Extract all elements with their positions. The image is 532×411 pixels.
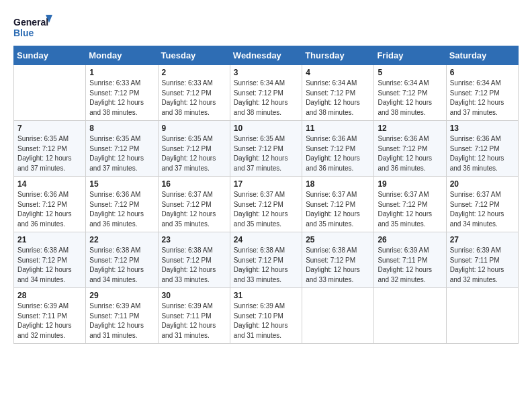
day-number: 8 — [89, 124, 154, 133]
calendar-cell — [14, 65, 86, 121]
weekday-header-saturday: Saturday — [446, 46, 518, 65]
svg-text:Blue: Blue — [13, 28, 34, 38]
day-number: 31 — [234, 291, 298, 300]
calendar-cell: 13Sunrise: 6:36 AM Sunset: 7:12 PM Dayli… — [446, 121, 518, 177]
day-number: 5 — [378, 68, 442, 77]
day-number: 22 — [89, 235, 154, 244]
weekday-header-sunday: Sunday — [14, 46, 86, 65]
header: GeneralBlue — [13, 13, 519, 40]
calendar-cell — [446, 288, 518, 344]
calendar-cell: 19Sunrise: 6:37 AM Sunset: 7:12 PM Dayli… — [374, 177, 446, 232]
calendar-cell: 14Sunrise: 6:36 AM Sunset: 7:12 PM Dayli… — [14, 177, 86, 232]
cell-content: Sunrise: 6:35 AM Sunset: 7:12 PM Dayligh… — [234, 134, 298, 173]
calendar-cell: 7Sunrise: 6:35 AM Sunset: 7:12 PM Daylig… — [14, 121, 86, 177]
day-number: 23 — [162, 235, 226, 244]
day-number: 12 — [378, 124, 442, 133]
day-number: 2 — [162, 68, 226, 77]
svg-text:General: General — [13, 17, 48, 28]
cell-content: Sunrise: 6:35 AM Sunset: 7:12 PM Dayligh… — [162, 134, 226, 173]
day-number: 10 — [234, 124, 298, 133]
cell-content: Sunrise: 6:34 AM Sunset: 7:12 PM Dayligh… — [450, 79, 515, 118]
cell-content: Sunrise: 6:36 AM Sunset: 7:12 PM Dayligh… — [450, 134, 515, 173]
day-number: 15 — [89, 179, 154, 189]
day-number: 1 — [89, 68, 154, 77]
weekday-header-row: SundayMondayTuesdayWednesdayThursdayFrid… — [14, 46, 519, 65]
cell-content: Sunrise: 6:33 AM Sunset: 7:12 PM Dayligh… — [162, 79, 226, 118]
day-number: 9 — [162, 124, 226, 133]
cell-content: Sunrise: 6:36 AM Sunset: 7:12 PM Dayligh… — [17, 190, 82, 229]
calendar-cell: 12Sunrise: 6:36 AM Sunset: 7:12 PM Dayli… — [374, 121, 446, 177]
logo: GeneralBlue — [13, 13, 54, 40]
calendar-cell: 5Sunrise: 6:34 AM Sunset: 7:12 PM Daylig… — [374, 65, 446, 121]
day-number: 28 — [17, 291, 82, 300]
calendar-cell: 15Sunrise: 6:36 AM Sunset: 7:12 PM Dayli… — [86, 177, 158, 232]
cell-content: Sunrise: 6:33 AM Sunset: 7:12 PM Dayligh… — [89, 79, 154, 118]
day-number: 26 — [378, 235, 442, 244]
cell-content: Sunrise: 6:36 AM Sunset: 7:12 PM Dayligh… — [89, 190, 154, 229]
calendar-cell: 23Sunrise: 6:38 AM Sunset: 7:12 PM Dayli… — [158, 232, 230, 288]
calendar-table: SundayMondayTuesdayWednesdayThursdayFrid… — [13, 46, 519, 344]
cell-content: Sunrise: 6:36 AM Sunset: 7:12 PM Dayligh… — [306, 134, 370, 173]
day-number: 6 — [450, 68, 515, 77]
week-row-3: 14Sunrise: 6:36 AM Sunset: 7:12 PM Dayli… — [14, 177, 519, 232]
cell-content: Sunrise: 6:38 AM Sunset: 7:12 PM Dayligh… — [89, 246, 154, 285]
calendar-cell: 3Sunrise: 6:34 AM Sunset: 7:12 PM Daylig… — [230, 65, 302, 121]
cell-content: Sunrise: 6:38 AM Sunset: 7:12 PM Dayligh… — [306, 246, 370, 285]
cell-content: Sunrise: 6:39 AM Sunset: 7:11 PM Dayligh… — [17, 302, 82, 340]
cell-content: Sunrise: 6:34 AM Sunset: 7:12 PM Dayligh… — [378, 79, 442, 118]
weekday-header-wednesday: Wednesday — [230, 46, 302, 65]
cell-content: Sunrise: 6:39 AM Sunset: 7:11 PM Dayligh… — [162, 302, 226, 340]
day-number: 14 — [17, 179, 82, 189]
calendar-cell: 30Sunrise: 6:39 AM Sunset: 7:11 PM Dayli… — [158, 288, 230, 344]
cell-content: Sunrise: 6:38 AM Sunset: 7:12 PM Dayligh… — [234, 246, 298, 285]
day-number: 25 — [306, 235, 370, 244]
cell-content: Sunrise: 6:37 AM Sunset: 7:12 PM Dayligh… — [162, 190, 226, 229]
day-number: 17 — [234, 179, 298, 189]
cell-content: Sunrise: 6:35 AM Sunset: 7:12 PM Dayligh… — [89, 134, 154, 173]
logo-svg: GeneralBlue — [13, 13, 54, 40]
day-number: 19 — [378, 179, 442, 189]
calendar-cell: 21Sunrise: 6:38 AM Sunset: 7:12 PM Dayli… — [14, 232, 86, 288]
cell-content: Sunrise: 6:37 AM Sunset: 7:12 PM Dayligh… — [378, 190, 442, 229]
day-number: 4 — [306, 68, 370, 77]
calendar-cell — [374, 288, 446, 344]
week-row-5: 28Sunrise: 6:39 AM Sunset: 7:11 PM Dayli… — [14, 288, 519, 344]
calendar-cell: 22Sunrise: 6:38 AM Sunset: 7:12 PM Dayli… — [86, 232, 158, 288]
cell-content: Sunrise: 6:39 AM Sunset: 7:10 PM Dayligh… — [234, 302, 298, 340]
calendar-cell: 31Sunrise: 6:39 AM Sunset: 7:10 PM Dayli… — [230, 288, 302, 344]
calendar-cell: 29Sunrise: 6:39 AM Sunset: 7:11 PM Dayli… — [86, 288, 158, 344]
cell-content: Sunrise: 6:35 AM Sunset: 7:12 PM Dayligh… — [17, 134, 82, 173]
weekday-header-monday: Monday — [86, 46, 158, 65]
calendar-cell: 16Sunrise: 6:37 AM Sunset: 7:12 PM Dayli… — [158, 177, 230, 232]
cell-content: Sunrise: 6:39 AM Sunset: 7:11 PM Dayligh… — [378, 246, 442, 285]
cell-content: Sunrise: 6:37 AM Sunset: 7:12 PM Dayligh… — [450, 190, 515, 229]
calendar-cell: 6Sunrise: 6:34 AM Sunset: 7:12 PM Daylig… — [446, 65, 518, 121]
day-number: 16 — [162, 179, 226, 189]
cell-content: Sunrise: 6:39 AM Sunset: 7:11 PM Dayligh… — [450, 246, 515, 285]
calendar-cell: 8Sunrise: 6:35 AM Sunset: 7:12 PM Daylig… — [86, 121, 158, 177]
calendar-body: 1Sunrise: 6:33 AM Sunset: 7:12 PM Daylig… — [14, 65, 519, 344]
day-number: 27 — [450, 235, 515, 244]
week-row-1: 1Sunrise: 6:33 AM Sunset: 7:12 PM Daylig… — [14, 65, 519, 121]
calendar-cell: 24Sunrise: 6:38 AM Sunset: 7:12 PM Dayli… — [230, 232, 302, 288]
calendar-cell: 18Sunrise: 6:37 AM Sunset: 7:12 PM Dayli… — [302, 177, 374, 232]
weekday-header-thursday: Thursday — [302, 46, 374, 65]
calendar-cell: 2Sunrise: 6:33 AM Sunset: 7:12 PM Daylig… — [158, 65, 230, 121]
day-number: 20 — [450, 179, 515, 189]
cell-content: Sunrise: 6:37 AM Sunset: 7:12 PM Dayligh… — [234, 190, 298, 229]
calendar-cell: 11Sunrise: 6:36 AM Sunset: 7:12 PM Dayli… — [302, 121, 374, 177]
week-row-2: 7Sunrise: 6:35 AM Sunset: 7:12 PM Daylig… — [14, 121, 519, 177]
cell-content: Sunrise: 6:34 AM Sunset: 7:12 PM Dayligh… — [234, 79, 298, 118]
cell-content: Sunrise: 6:37 AM Sunset: 7:12 PM Dayligh… — [306, 190, 370, 229]
day-number: 18 — [306, 179, 370, 189]
calendar-cell: 20Sunrise: 6:37 AM Sunset: 7:12 PM Dayli… — [446, 177, 518, 232]
day-number: 11 — [306, 124, 370, 133]
calendar-cell: 25Sunrise: 6:38 AM Sunset: 7:12 PM Dayli… — [302, 232, 374, 288]
cell-content: Sunrise: 6:39 AM Sunset: 7:11 PM Dayligh… — [89, 302, 154, 340]
weekday-header-friday: Friday — [374, 46, 446, 65]
week-row-4: 21Sunrise: 6:38 AM Sunset: 7:12 PM Dayli… — [14, 232, 519, 288]
calendar-cell: 17Sunrise: 6:37 AM Sunset: 7:12 PM Dayli… — [230, 177, 302, 232]
cell-content: Sunrise: 6:38 AM Sunset: 7:12 PM Dayligh… — [17, 246, 82, 285]
day-number: 30 — [162, 291, 226, 300]
day-number: 24 — [234, 235, 298, 244]
